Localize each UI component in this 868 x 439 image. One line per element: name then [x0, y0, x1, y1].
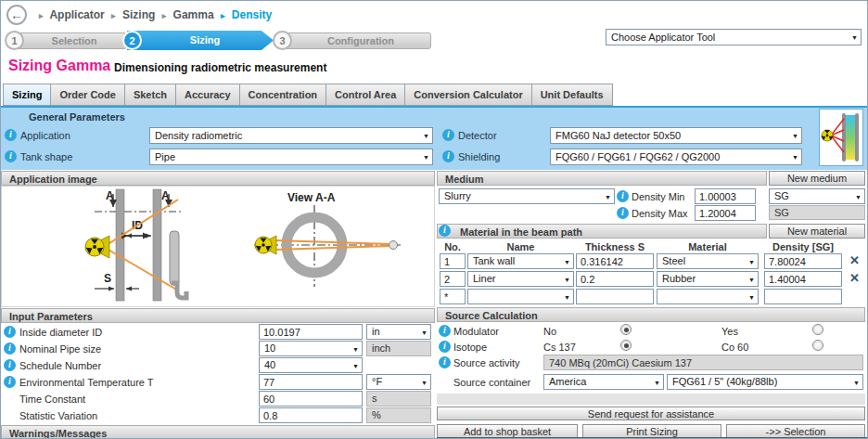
chevron-down-icon: ▼	[421, 329, 428, 335]
shielding-select[interactable]: FQG60 / FQG61 / FQG62 / QG2000 ▼	[550, 148, 802, 165]
source-container-region-select[interactable]: America ▼	[543, 374, 664, 390]
info-icon[interactable]: i	[5, 150, 17, 162]
send-request-button[interactable]: Send request for assistance	[437, 407, 865, 420]
detector-select[interactable]: FMG60 NaJ detector 50x50 ▼	[550, 127, 802, 144]
back-button[interactable]: ←	[6, 5, 27, 25]
row3-thickness[interactable]	[576, 289, 654, 304]
tab-sizing[interactable]: Sizing	[3, 84, 51, 106]
wall-thickness-label: S	[104, 272, 111, 285]
row2-density[interactable]	[764, 271, 842, 287]
modulator-label: Modulator	[453, 326, 499, 338]
breadcrumb-item-applicator[interactable]: Applicator	[49, 8, 104, 21]
info-icon[interactable]: i	[439, 225, 451, 237]
row2-thickness[interactable]	[576, 271, 654, 287]
medium-select[interactable]: Slurry ▼	[439, 188, 615, 204]
step-selection[interactable]: Selection	[8, 32, 127, 49]
info-icon[interactable]: i	[442, 129, 454, 141]
tab-control-area[interactable]: Control Area	[326, 84, 405, 106]
row1-thickness[interactable]	[576, 253, 654, 269]
inside-diameter-unit-select[interactable]: in ▼	[366, 324, 431, 340]
info-icon[interactable]: i	[439, 325, 451, 337]
row2-name-value: Liner	[473, 273, 495, 284]
step-configuration[interactable]: Configuration	[277, 32, 431, 49]
breadcrumb-item-gamma[interactable]: Gamma	[173, 8, 214, 21]
row3-density[interactable]	[764, 289, 842, 304]
warnings-messages-heading: Warnings/Messages	[1, 425, 435, 439]
tank-shape-select[interactable]: Pipe ▼	[149, 148, 433, 165]
density-unit-select[interactable]: SG ▼	[769, 188, 865, 204]
time-constant-input[interactable]	[259, 391, 363, 407]
schedule-number-select[interactable]: 40 ▼	[259, 357, 363, 373]
source-container-region-value: America	[549, 376, 586, 387]
isotope-cs137-radio[interactable]	[620, 340, 632, 351]
density-min-input[interactable]	[695, 188, 756, 204]
application-value: Density radiometric	[155, 130, 242, 141]
nominal-pipe-size-select[interactable]: 10 ▼	[259, 341, 363, 356]
general-parameters-heading: General Parameters	[29, 111, 125, 123]
tab-order-code[interactable]: Order Code	[51, 84, 125, 106]
environmental-temperature-input[interactable]	[259, 374, 363, 390]
application-select[interactable]: Density radiometric ▼	[149, 127, 433, 144]
row1-delete-icon[interactable]: ✕	[847, 253, 862, 268]
new-medium-button[interactable]: New medium	[769, 171, 865, 186]
nominal-pipe-size-value: 10	[264, 342, 275, 354]
info-icon[interactable]: i	[439, 341, 451, 353]
tab-accuracy[interactable]: Accuracy	[176, 84, 240, 106]
radiation-source-icon	[85, 236, 109, 258]
chevron-down-icon: ▼	[564, 293, 570, 300]
choose-applicator-tool-select[interactable]: Choose Applicator Tool ▼	[606, 29, 862, 45]
step-configuration-label: Configuration	[327, 35, 394, 46]
modulator-no-radio[interactable]	[620, 324, 632, 335]
row3-name-select[interactable]: ▼	[467, 289, 574, 304]
step-selection-number: 1	[5, 31, 24, 50]
row1-material-select[interactable]: Steel ▼	[657, 253, 759, 269]
shielding-value: FQG60 / FQG61 / FQG62 / QG2000	[555, 151, 720, 162]
info-icon[interactable]: i	[617, 190, 629, 202]
info-icon[interactable]: i	[4, 359, 16, 371]
isotope-co60-radio[interactable]	[812, 340, 823, 351]
step-sizing-label: Sizing	[190, 34, 220, 45]
tab-sketch[interactable]: Sketch	[125, 84, 176, 106]
density-max-input[interactable]	[695, 205, 756, 221]
inside-diameter-input[interactable]	[259, 324, 363, 340]
tab-concentration[interactable]: Concentration	[240, 84, 327, 106]
temperature-unit-value: °F	[372, 376, 382, 387]
info-icon[interactable]: i	[4, 342, 16, 355]
tab-conversion-calculator[interactable]: Conversion Calculator	[405, 84, 531, 106]
row2-no[interactable]	[440, 271, 466, 287]
statistic-variation-input[interactable]	[259, 407, 363, 423]
info-icon[interactable]: i	[442, 150, 454, 162]
row2-delete-icon[interactable]: ✕	[847, 271, 862, 286]
environmental-temperature-label: Environmental Temperature T	[19, 377, 154, 389]
breadcrumb-item-density[interactable]: Density	[232, 8, 272, 21]
selection-button[interactable]: ->> Selection	[726, 424, 865, 438]
source-container-select[interactable]: FQG61 / 5" (40kg/88lb) ▼	[667, 374, 863, 390]
applicator-sizing-window: ← ▸ Applicator ▸ Sizing ▸ Gamma ▸ Densit…	[0, 0, 868, 439]
new-material-button[interactable]: New material	[769, 224, 865, 239]
row1-density[interactable]	[764, 253, 842, 269]
breadcrumb-item-sizing[interactable]: Sizing	[122, 8, 155, 21]
temperature-unit-select[interactable]: °F ▼	[366, 374, 431, 390]
row3-no[interactable]	[440, 289, 466, 304]
step-sizing[interactable]: Sizing	[127, 31, 274, 50]
beam-path-thumbnail[interactable]	[819, 109, 863, 166]
info-icon[interactable]: i	[617, 207, 629, 219]
source-calculation-heading: Source Calculation	[437, 307, 865, 322]
application-diagram: A A ID	[2, 187, 434, 306]
row3-material-select[interactable]: ▼	[657, 289, 759, 304]
tab-bar: Sizing Order Code Sketch Accuracy Concen…	[3, 84, 613, 106]
tab-unit-defaults[interactable]: Unit Defaults	[532, 84, 613, 106]
info-icon[interactable]: i	[4, 376, 16, 388]
row1-no[interactable]	[440, 253, 466, 269]
info-icon[interactable]: i	[439, 356, 451, 368]
row2-material-select[interactable]: Rubber ▼	[657, 271, 759, 287]
print-sizing-button[interactable]: Print Sizing	[582, 424, 721, 438]
row2-name-select[interactable]: Liner ▼	[467, 271, 574, 287]
row1-name-select[interactable]: Tank wall ▼	[467, 253, 574, 269]
add-to-shop-basket-button[interactable]: Add to shop basket	[437, 424, 578, 438]
info-icon[interactable]: i	[4, 326, 16, 338]
breadcrumb-chevron-icon: ▸	[159, 11, 171, 20]
modulator-yes-radio[interactable]	[812, 324, 823, 335]
info-icon[interactable]: i	[5, 129, 17, 141]
detector-value: FMG60 NaJ detector 50x50	[555, 130, 681, 141]
